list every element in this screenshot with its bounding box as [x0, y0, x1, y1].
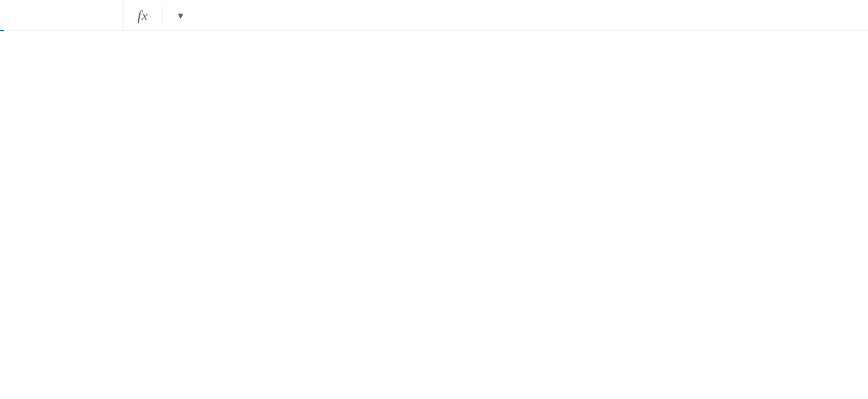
fx-icon[interactable]: fx: [123, 6, 162, 24]
formula-bar: ▼ fx: [0, 0, 868, 31]
name-box-dropdown-icon[interactable]: ▼: [176, 10, 185, 21]
fill-handle[interactable]: [0, 30, 4, 31]
name-box-wrap: ▼: [0, 0, 123, 31]
